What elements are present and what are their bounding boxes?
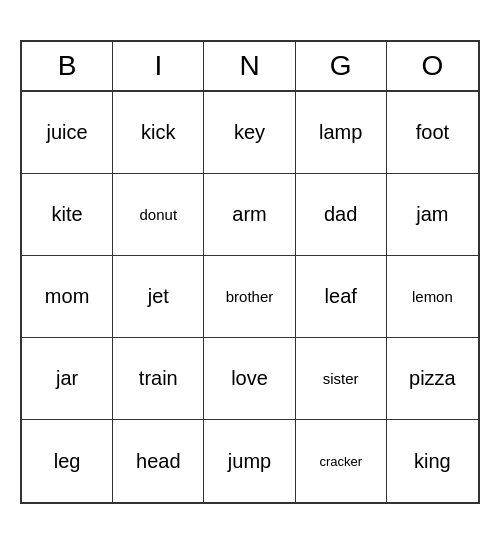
- bingo-cell: dad: [296, 174, 387, 256]
- bingo-cell: arm: [204, 174, 295, 256]
- bingo-cell: sister: [296, 338, 387, 420]
- bingo-cell: donut: [113, 174, 204, 256]
- bingo-cell: mom: [22, 256, 113, 338]
- header-letter: O: [387, 42, 478, 90]
- bingo-cell: lamp: [296, 92, 387, 174]
- bingo-cell: lemon: [387, 256, 478, 338]
- bingo-cell: king: [387, 420, 478, 502]
- bingo-cell: pizza: [387, 338, 478, 420]
- bingo-cell: love: [204, 338, 295, 420]
- bingo-card: BINGO juicekickkeylampfootkitedonutarmda…: [20, 40, 480, 504]
- bingo-header: BINGO: [22, 42, 478, 92]
- bingo-cell: train: [113, 338, 204, 420]
- bingo-cell: foot: [387, 92, 478, 174]
- bingo-cell: juice: [22, 92, 113, 174]
- bingo-cell: leg: [22, 420, 113, 502]
- bingo-cell: kite: [22, 174, 113, 256]
- header-letter: G: [296, 42, 387, 90]
- header-letter: B: [22, 42, 113, 90]
- bingo-cell: jet: [113, 256, 204, 338]
- bingo-cell: brother: [204, 256, 295, 338]
- bingo-cell: head: [113, 420, 204, 502]
- bingo-cell: leaf: [296, 256, 387, 338]
- bingo-grid: juicekickkeylampfootkitedonutarmdadjammo…: [22, 92, 478, 502]
- bingo-cell: jar: [22, 338, 113, 420]
- bingo-cell: cracker: [296, 420, 387, 502]
- header-letter: I: [113, 42, 204, 90]
- header-letter: N: [204, 42, 295, 90]
- bingo-cell: kick: [113, 92, 204, 174]
- bingo-cell: key: [204, 92, 295, 174]
- bingo-cell: jump: [204, 420, 295, 502]
- bingo-cell: jam: [387, 174, 478, 256]
